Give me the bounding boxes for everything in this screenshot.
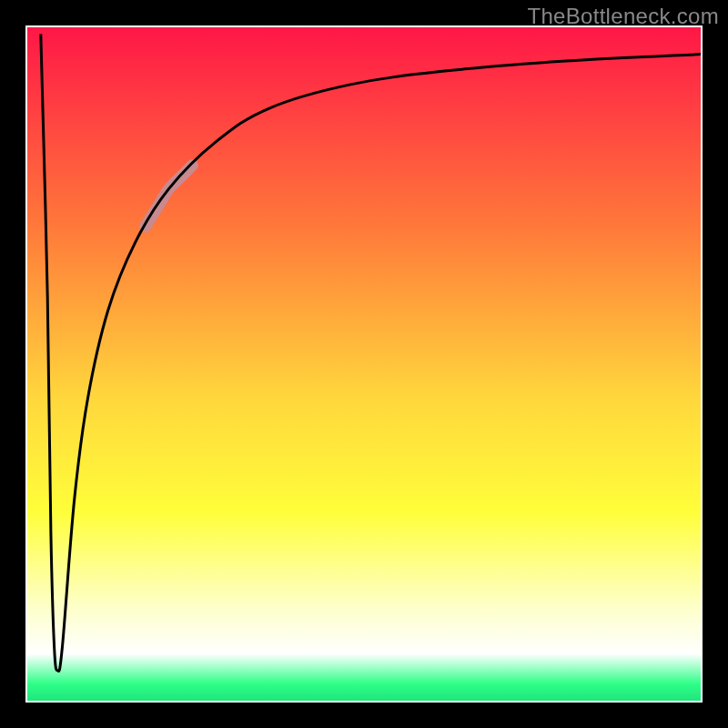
bottleneck-chart	[0, 0, 728, 728]
chart-container: TheBottleneck.com	[0, 0, 728, 728]
gradient-field	[27, 27, 701, 701]
watermark-text: TheBottleneck.com	[527, 4, 719, 29]
